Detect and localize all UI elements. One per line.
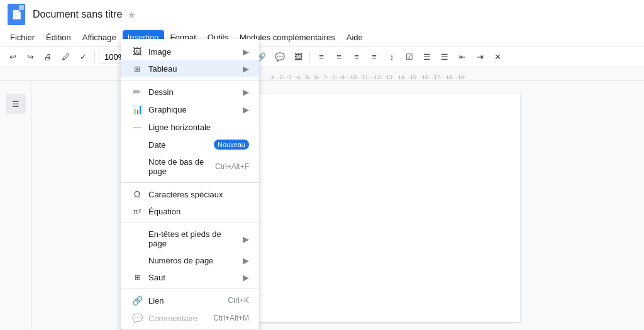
menu-item-ligne[interactable]: — Ligne horizontale (121, 118, 259, 136)
graphique-menu-icon: 📊 (131, 104, 143, 114)
menu-item-caracteres[interactable]: Ω Caractères spéciaux (121, 185, 259, 203)
note-label: Note de bas de page (148, 157, 210, 176)
caracteres-menu-icon: Ω (131, 189, 143, 199)
menu-item-numeros[interactable]: Numéros de page ▶ (121, 252, 259, 269)
equation-menu-icon: π² (131, 207, 143, 216)
entetes-label: En-têtes et pieds de page (148, 229, 240, 248)
equation-label: Équation (148, 207, 249, 216)
graphique-arrow: ▶ (243, 105, 249, 114)
caracteres-label: Caractères spéciaux (148, 190, 249, 199)
dessin-menu-icon: ✏ (131, 87, 143, 97)
commentaire-menu-icon: 💬 (131, 313, 143, 323)
commentaire-shortcut: Ctrl+Alt+M (213, 314, 249, 322)
tableau-arrow: ▶ (243, 64, 249, 74)
saut-label: Saut (148, 273, 240, 282)
separator-after-saut (121, 289, 259, 289)
date-badge: Nouveau (214, 140, 249, 150)
menu-item-tableau[interactable]: ⊞ Tableau ▶ (121, 60, 259, 77)
image-label: Image (148, 47, 240, 57)
separator-after-note (121, 182, 259, 183)
menu-item-entetes[interactable]: En-têtes et pieds de page ▶ (121, 226, 259, 252)
menu-item-date[interactable]: Date Nouveau (121, 136, 259, 153)
separator-after-equation (121, 223, 259, 223)
commentaire-label: Commentaire (148, 314, 208, 323)
menu-item-image[interactable]: 🖼 Image ▶ (121, 43, 259, 60)
saut-arrow: ▶ (243, 273, 249, 282)
dropdown-overlay: 🖼 Image ▶ ⊞ Tableau ▶ ✏ Dessin ▶ 📊 Graph… (0, 0, 644, 330)
graphique-label: Graphique (148, 105, 240, 114)
note-shortcut: Ctrl+Alt+F (215, 162, 249, 171)
menu-item-saut[interactable]: ⊞ Saut ▶ (121, 269, 259, 286)
menu-item-graphique[interactable]: 📊 Graphique ▶ (121, 101, 259, 118)
menu-item-note[interactable]: Note de bas de page Ctrl+Alt+F (121, 153, 259, 180)
lien-shortcut: Ctrl+K (228, 296, 249, 305)
lien-menu-icon: 🔗 (131, 295, 143, 305)
dessin-arrow: ▶ (243, 87, 249, 97)
menu-item-commentaire[interactable]: 💬 Commentaire Ctrl+Alt+M (121, 309, 259, 327)
date-label: Date (148, 140, 209, 150)
insertion-menu: 🖼 Image ▶ ⊞ Tableau ▶ ✏ Dessin ▶ 📊 Graph… (121, 39, 259, 330)
dessin-label: Dessin (148, 87, 240, 97)
tableau-menu-icon: ⊞ (131, 65, 143, 74)
tableau-label: Tableau (148, 64, 240, 74)
image-arrow: ▶ (243, 47, 249, 57)
separator-after-tableau (121, 80, 259, 80)
ligne-label: Ligne horizontale (148, 123, 249, 132)
saut-menu-icon: ⊞ (131, 273, 143, 282)
lien-label: Lien (148, 296, 223, 305)
menu-item-dessin[interactable]: ✏ Dessin ▶ (121, 83, 259, 101)
ligne-menu-icon: — (131, 122, 143, 132)
menu-item-equation[interactable]: π² Équation (121, 203, 259, 220)
menu-item-lien[interactable]: 🔗 Lien Ctrl+K (121, 292, 259, 309)
image-menu-icon: 🖼 (131, 47, 143, 57)
numeros-label: Numéros de page (148, 256, 240, 265)
entetes-arrow: ▶ (243, 234, 249, 244)
numeros-arrow: ▶ (243, 256, 249, 265)
